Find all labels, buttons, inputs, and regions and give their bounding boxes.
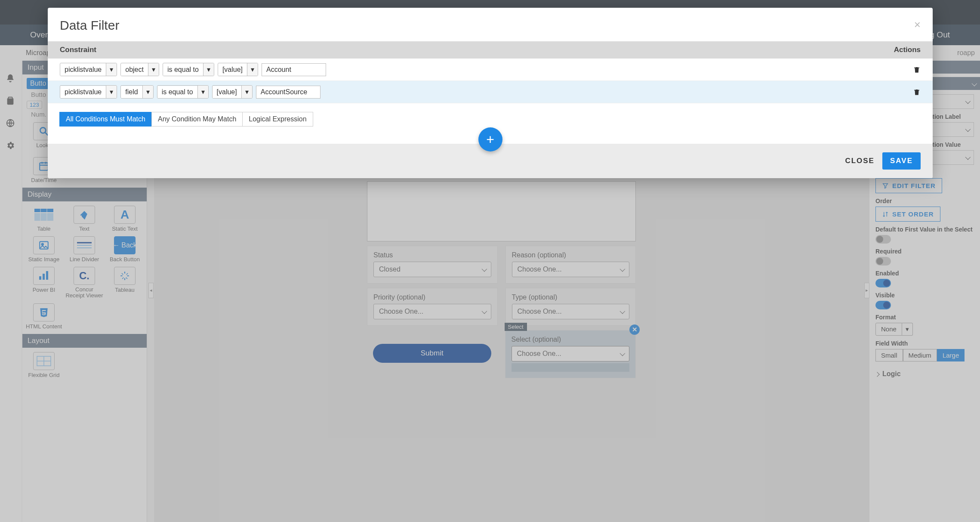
token-dropdown[interactable]: ▾ [106,63,117,76]
token-dropdown[interactable]: ▾ [142,86,153,98]
token-label: object [121,64,148,76]
add-constraint-fab[interactable]: + [478,127,502,151]
constraint-token[interactable]: object▾ [120,63,159,76]
modal-title: Data Filter [60,18,119,33]
token-dropdown[interactable]: ▾ [106,86,117,98]
token-label: is equal to [163,64,203,76]
match-any-button[interactable]: Any Condition May Match [151,112,243,127]
constraint-token[interactable]: picklistvalue▾ [60,63,117,76]
match-all-button[interactable]: All Conditions Must Match [59,112,152,127]
data-filter-modal: Data Filter × Constraint Actions picklis… [48,8,933,178]
th-constraint: Constraint [60,46,96,54]
token-dropdown[interactable]: ▾ [148,63,159,76]
constraint-token[interactable]: [value]▾ [218,63,258,76]
constraint-value-input[interactable] [256,86,321,99]
constraint-row: picklistvalue▾ field▾ is equal to▾ [valu… [48,81,933,103]
token-label: [value] [218,64,247,76]
trash-icon[interactable] [913,88,921,96]
match-logic-button[interactable]: Logical Expression [242,112,313,127]
token-dropdown[interactable]: ▾ [203,63,214,76]
token-dropdown[interactable]: ▾ [197,86,208,98]
token-label: picklistvalue [60,86,106,98]
constraint-token[interactable]: picklistvalue▾ [60,85,117,99]
trash-icon[interactable] [913,66,921,74]
save-button[interactable]: SAVE [882,152,921,170]
constraint-value-input[interactable] [262,63,326,76]
constraint-token[interactable]: field▾ [120,85,153,99]
constraint-token[interactable]: is equal to▾ [163,63,214,76]
constraint-token[interactable]: is equal to▾ [157,85,209,99]
constraint-table-head: Constraint Actions [48,41,933,59]
constraint-row: picklistvalue▾ object▾ is equal to▾ [val… [48,59,933,81]
constraint-token[interactable]: [value]▾ [212,85,253,99]
close-button[interactable]: CLOSE [845,157,875,165]
token-label: [value] [213,86,241,98]
close-icon[interactable]: × [914,18,921,31]
token-label: is equal to [157,86,197,98]
token-label: field [121,86,142,98]
th-actions: Actions [894,46,921,54]
token-dropdown[interactable]: ▾ [241,86,252,98]
match-mode-group: All Conditions Must Match Any Condition … [60,112,933,127]
token-label: picklistvalue [60,64,106,76]
token-dropdown[interactable]: ▾ [247,63,258,76]
